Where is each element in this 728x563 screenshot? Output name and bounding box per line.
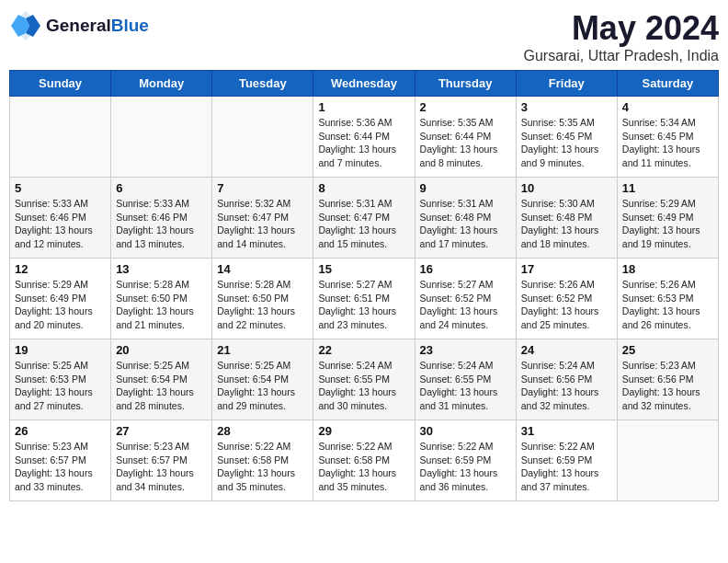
cell-content: Sunrise: 5:29 AM Sunset: 6:49 PM Dayligh…	[622, 197, 713, 251]
cell-content: Sunrise: 5:22 AM Sunset: 6:59 PM Dayligh…	[420, 440, 511, 494]
calendar-cell: 12Sunrise: 5:29 AM Sunset: 6:49 PM Dayli…	[10, 259, 111, 339]
cell-content: Sunrise: 5:29 AM Sunset: 6:49 PM Dayligh…	[15, 278, 106, 332]
cell-content: Sunrise: 5:23 AM Sunset: 6:57 PM Dayligh…	[116, 440, 207, 494]
calendar-cell: 30Sunrise: 5:22 AM Sunset: 6:59 PM Dayli…	[415, 420, 516, 501]
calendar-cell: 16Sunrise: 5:27 AM Sunset: 6:52 PM Dayli…	[415, 259, 516, 339]
day-number: 2	[420, 100, 511, 114]
calendar-cell: 19Sunrise: 5:25 AM Sunset: 6:53 PM Dayli…	[10, 339, 111, 420]
day-number: 4	[622, 100, 713, 114]
day-number: 9	[420, 181, 511, 195]
day-number: 5	[15, 181, 106, 195]
day-number: 14	[217, 262, 308, 276]
cell-content: Sunrise: 5:25 AM Sunset: 6:53 PM Dayligh…	[15, 359, 106, 413]
cell-content: Sunrise: 5:23 AM Sunset: 6:57 PM Dayligh…	[15, 440, 106, 494]
calendar-cell: 28Sunrise: 5:22 AM Sunset: 6:58 PM Dayli…	[212, 420, 313, 501]
cell-content: Sunrise: 5:31 AM Sunset: 6:47 PM Dayligh…	[318, 197, 409, 251]
calendar-cell: 9Sunrise: 5:31 AM Sunset: 6:48 PM Daylig…	[415, 178, 516, 259]
cell-content: Sunrise: 5:24 AM Sunset: 6:55 PM Dayligh…	[420, 359, 511, 413]
cell-content: Sunrise: 5:32 AM Sunset: 6:47 PM Dayligh…	[217, 197, 308, 251]
week-row-5: 26Sunrise: 5:23 AM Sunset: 6:57 PM Dayli…	[10, 420, 719, 501]
day-number: 31	[521, 424, 612, 438]
cell-content: Sunrise: 5:33 AM Sunset: 6:46 PM Dayligh…	[116, 197, 207, 251]
calendar-cell: 6Sunrise: 5:33 AM Sunset: 6:46 PM Daylig…	[111, 178, 212, 259]
cell-content: Sunrise: 5:35 AM Sunset: 6:44 PM Dayligh…	[420, 116, 511, 170]
calendar-cell: 24Sunrise: 5:24 AM Sunset: 6:56 PM Dayli…	[516, 339, 617, 420]
calendar-cell: 11Sunrise: 5:29 AM Sunset: 6:49 PM Dayli…	[617, 178, 718, 259]
day-header-friday: Friday	[516, 71, 617, 97]
day-number: 8	[318, 181, 409, 195]
day-number: 1	[318, 100, 409, 114]
calendar-cell: 23Sunrise: 5:24 AM Sunset: 6:55 PM Dayli…	[415, 339, 516, 420]
day-number: 29	[318, 424, 409, 438]
day-number: 23	[420, 343, 511, 357]
day-number: 11	[622, 181, 713, 195]
cell-content: Sunrise: 5:24 AM Sunset: 6:55 PM Dayligh…	[318, 359, 409, 413]
calendar-cell: 3Sunrise: 5:35 AM Sunset: 6:45 PM Daylig…	[516, 97, 617, 178]
calendar-cell: 4Sunrise: 5:34 AM Sunset: 6:45 PM Daylig…	[617, 97, 718, 178]
cell-content: Sunrise: 5:28 AM Sunset: 6:50 PM Dayligh…	[217, 278, 308, 332]
title-area: May 2024 Gursarai, Uttar Pradesh, India	[523, 9, 719, 64]
cell-content: Sunrise: 5:27 AM Sunset: 6:52 PM Dayligh…	[420, 278, 511, 332]
calendar-cell: 1Sunrise: 5:36 AM Sunset: 6:44 PM Daylig…	[313, 97, 415, 178]
day-number: 7	[217, 181, 308, 195]
cell-content: Sunrise: 5:34 AM Sunset: 6:45 PM Dayligh…	[622, 116, 713, 170]
week-row-3: 12Sunrise: 5:29 AM Sunset: 6:49 PM Dayli…	[10, 259, 719, 339]
calendar-header-row: SundayMondayTuesdayWednesdayThursdayFrid…	[10, 71, 719, 97]
week-row-2: 5Sunrise: 5:33 AM Sunset: 6:46 PM Daylig…	[10, 178, 719, 259]
calendar-cell: 29Sunrise: 5:22 AM Sunset: 6:58 PM Dayli…	[313, 420, 415, 501]
cell-content: Sunrise: 5:30 AM Sunset: 6:48 PM Dayligh…	[521, 197, 612, 251]
calendar-cell	[111, 97, 212, 178]
day-number: 17	[521, 262, 612, 276]
cell-content: Sunrise: 5:27 AM Sunset: 6:51 PM Dayligh…	[318, 278, 409, 332]
day-number: 19	[15, 343, 106, 357]
day-number: 12	[15, 262, 106, 276]
calendar-cell: 5Sunrise: 5:33 AM Sunset: 6:46 PM Daylig…	[10, 178, 111, 259]
cell-content: Sunrise: 5:25 AM Sunset: 6:54 PM Dayligh…	[217, 359, 308, 413]
day-number: 28	[217, 424, 308, 438]
calendar-cell: 25Sunrise: 5:23 AM Sunset: 6:56 PM Dayli…	[617, 339, 718, 420]
location-title: Gursarai, Uttar Pradesh, India	[523, 48, 719, 64]
cell-content: Sunrise: 5:35 AM Sunset: 6:45 PM Dayligh…	[521, 116, 612, 170]
day-number: 3	[521, 100, 612, 114]
cell-content: Sunrise: 5:28 AM Sunset: 6:50 PM Dayligh…	[116, 278, 207, 332]
day-number: 10	[521, 181, 612, 195]
day-number: 6	[116, 181, 207, 195]
calendar-cell: 15Sunrise: 5:27 AM Sunset: 6:51 PM Dayli…	[313, 259, 415, 339]
day-number: 15	[318, 262, 409, 276]
cell-content: Sunrise: 5:23 AM Sunset: 6:56 PM Dayligh…	[622, 359, 713, 413]
calendar-cell: 31Sunrise: 5:22 AM Sunset: 6:59 PM Dayli…	[516, 420, 617, 501]
day-number: 24	[521, 343, 612, 357]
day-number: 18	[622, 262, 713, 276]
calendar-cell: 7Sunrise: 5:32 AM Sunset: 6:47 PM Daylig…	[212, 178, 313, 259]
day-number: 30	[420, 424, 511, 438]
calendar-cell: 8Sunrise: 5:31 AM Sunset: 6:47 PM Daylig…	[313, 178, 415, 259]
cell-content: Sunrise: 5:24 AM Sunset: 6:56 PM Dayligh…	[521, 359, 612, 413]
calendar-table: SundayMondayTuesdayWednesdayThursdayFrid…	[9, 70, 719, 501]
day-header-tuesday: Tuesday	[212, 71, 313, 97]
calendar-cell: 21Sunrise: 5:25 AM Sunset: 6:54 PM Dayli…	[212, 339, 313, 420]
calendar-cell	[212, 97, 313, 178]
cell-content: Sunrise: 5:22 AM Sunset: 6:59 PM Dayligh…	[521, 440, 612, 494]
cell-content: Sunrise: 5:36 AM Sunset: 6:44 PM Dayligh…	[318, 116, 409, 170]
calendar-cell: 18Sunrise: 5:26 AM Sunset: 6:53 PM Dayli…	[617, 259, 718, 339]
calendar-cell: 10Sunrise: 5:30 AM Sunset: 6:48 PM Dayli…	[516, 178, 617, 259]
logo-general: General	[46, 16, 111, 36]
day-number: 16	[420, 262, 511, 276]
calendar-cell: 2Sunrise: 5:35 AM Sunset: 6:44 PM Daylig…	[415, 97, 516, 178]
cell-content: Sunrise: 5:22 AM Sunset: 6:58 PM Dayligh…	[217, 440, 308, 494]
cell-content: Sunrise: 5:25 AM Sunset: 6:54 PM Dayligh…	[116, 359, 207, 413]
cell-content: Sunrise: 5:26 AM Sunset: 6:53 PM Dayligh…	[622, 278, 713, 332]
day-number: 22	[318, 343, 409, 357]
calendar-cell: 22Sunrise: 5:24 AM Sunset: 6:55 PM Dayli…	[313, 339, 415, 420]
logo-icon	[9, 9, 42, 42]
page-header: General Blue May 2024 Gursarai, Uttar Pr…	[9, 9, 719, 64]
day-header-saturday: Saturday	[617, 71, 718, 97]
day-number: 26	[15, 424, 106, 438]
calendar-cell	[617, 420, 718, 501]
calendar-cell: 26Sunrise: 5:23 AM Sunset: 6:57 PM Dayli…	[10, 420, 111, 501]
calendar-cell: 14Sunrise: 5:28 AM Sunset: 6:50 PM Dayli…	[212, 259, 313, 339]
calendar-cell: 13Sunrise: 5:28 AM Sunset: 6:50 PM Dayli…	[111, 259, 212, 339]
month-title: May 2024	[523, 9, 719, 48]
calendar-cell	[10, 97, 111, 178]
day-header-monday: Monday	[111, 71, 212, 97]
